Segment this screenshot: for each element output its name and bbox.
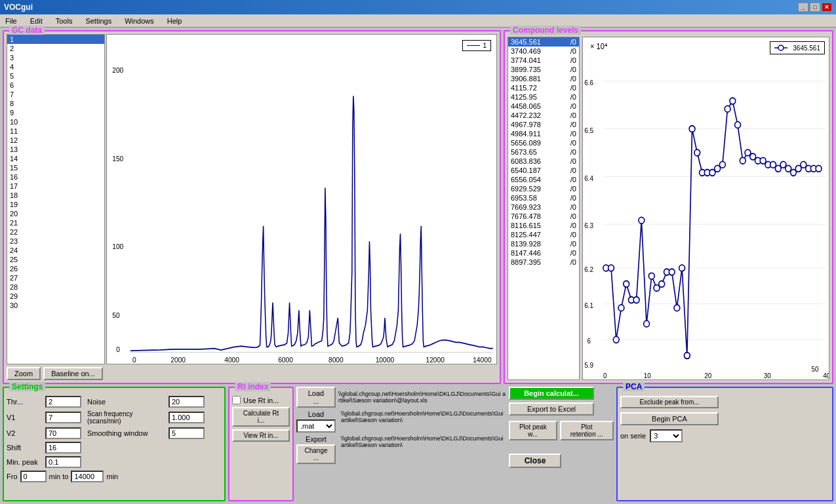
menu-help[interactable]: Help (165, 16, 185, 26)
gc-list-item[interactable]: 1 (7, 35, 104, 44)
noise-input[interactable] (169, 396, 205, 408)
plot-peak-button[interactable]: Plot peak w... (509, 421, 557, 440)
calculate-rt-button[interactable]: Calculate Rt i... (232, 407, 290, 427)
compound-list-item[interactable]: 6929.529/0 (508, 184, 579, 193)
gc-list-item[interactable]: 2 (7, 44, 104, 53)
minimize-button[interactable]: _ (798, 3, 808, 12)
compound-list-item[interactable]: 3906.881/0 (508, 74, 579, 83)
smoothing-input[interactable] (169, 427, 205, 439)
compound-list-item[interactable]: 4967.978/0 (508, 120, 579, 129)
gc-list-item[interactable]: 20 (7, 209, 104, 218)
gc-list-item[interactable]: 26 (7, 264, 104, 273)
fro-input[interactable] (20, 471, 47, 482)
gc-list-item[interactable]: 21 (7, 218, 104, 227)
menu-file[interactable]: File (3, 16, 20, 26)
gc-list-item[interactable]: 4 (7, 62, 104, 71)
gc-list-item[interactable]: 13 (7, 145, 104, 154)
gc-list-item[interactable]: 3 (7, 53, 104, 62)
svg-point-54 (694, 149, 700, 156)
compound-list-item[interactable]: 8897.395/0 (508, 258, 579, 267)
gc-list-item[interactable]: 18 (7, 191, 104, 200)
compound-list-item[interactable]: 8116.615/0 (508, 221, 579, 230)
minpeak-input[interactable] (45, 456, 81, 468)
menu-windows[interactable]: Windows (122, 16, 157, 26)
change-button[interactable]: Change ... (296, 444, 336, 464)
gc-list-item[interactable]: 27 (7, 273, 104, 282)
begin-pca-button[interactable]: Begin PCA (620, 412, 719, 425)
gc-chart-legend: 1 (462, 40, 491, 51)
compound-list-item[interactable]: 4458.065/0 (508, 102, 579, 111)
gc-list-item[interactable]: 8 (7, 99, 104, 108)
compound-list-item[interactable]: 4115.72/0 (508, 83, 579, 92)
thr-label: Thr... (7, 398, 43, 406)
exclude-peak-button[interactable]: Exclude peak from... (620, 396, 719, 408)
compound-list-item[interactable]: 3774.041/0 (508, 56, 579, 65)
compound-list-item[interactable]: 3899.735/0 (508, 65, 579, 74)
compound-list-item[interactable]: 7676.478/0 (508, 212, 579, 221)
load-format-select[interactable]: .mat (296, 419, 336, 433)
baseline-button[interactable]: Baseline on... (43, 367, 103, 380)
gc-list-item[interactable]: 17 (7, 182, 104, 191)
compound-list[interactable]: 3645.561/0 3740.469/0 3774.041/0 3899.73… (508, 37, 580, 380)
gc-list-item[interactable]: 14 (7, 154, 104, 163)
gc-list-item[interactable]: 25 (7, 255, 104, 264)
gc-list-item[interactable]: 11 (7, 126, 104, 136)
compound-list-item[interactable]: 3645.561/0 (508, 37, 579, 47)
gc-list-item[interactable]: 9 (7, 108, 104, 117)
gc-list-item[interactable]: 29 (7, 292, 104, 301)
gc-list-item[interactable]: 19 (7, 200, 104, 209)
compound-list-item[interactable]: 7669.923/0 (508, 203, 579, 212)
v2-input[interactable] (45, 427, 81, 439)
gc-list[interactable]: 1 2 3 4 5 6 7 8 9 10 11 12 13 14 (7, 34, 105, 364)
calc-panel: Begin calculat... Export to Excel Plot p… (509, 387, 614, 501)
plot-retention-button[interactable]: Plot retention ... (560, 421, 614, 440)
gc-list-item[interactable]: 15 (7, 163, 104, 172)
compound-list-item[interactable]: 6083.836/0 (508, 157, 579, 166)
svg-text:6.4: 6.4 (584, 174, 593, 182)
view-rt-button[interactable]: View Rt in... (232, 429, 290, 442)
compound-list-item[interactable]: 4125.95/0 (508, 92, 579, 102)
gc-list-item[interactable]: 22 (7, 227, 104, 237)
compound-list-item[interactable]: 4984.911/0 (508, 129, 579, 138)
to-input[interactable] (71, 471, 104, 482)
gc-list-item[interactable]: 12 (7, 136, 104, 145)
menu-edit[interactable]: Edit (28, 16, 45, 26)
gc-list-item[interactable]: 6 (7, 81, 104, 90)
v1-input[interactable] (45, 412, 81, 423)
gc-list-item[interactable]: 16 (7, 172, 104, 182)
compound-list-item[interactable]: 3740.469/0 (508, 47, 579, 56)
gc-list-item[interactable]: 28 (7, 282, 104, 292)
gc-list-item[interactable]: 5 (7, 71, 104, 81)
shift-input[interactable] (45, 442, 81, 454)
gc-list-item[interactable]: 10 (7, 117, 104, 126)
compound-list-item[interactable]: 4472.232/0 (508, 111, 579, 120)
close-button[interactable]: ✕ (822, 3, 832, 12)
pca-label: PCA (623, 382, 645, 391)
menu-settings[interactable]: Settings (83, 16, 114, 26)
scan-freq-input[interactable] (169, 412, 205, 423)
gc-list-item[interactable]: 30 (7, 301, 104, 310)
compound-list-item[interactable]: 6540.187/0 (508, 166, 579, 175)
gc-list-item[interactable]: 23 (7, 237, 104, 246)
zoom-button[interactable]: Zoom (7, 367, 41, 380)
compound-list-item[interactable]: 8125.447/0 (508, 230, 579, 239)
compound-list-item[interactable]: 5673.65/0 (508, 147, 579, 157)
export-excel-button[interactable]: Export to Excel (509, 402, 594, 416)
compound-list-item[interactable]: 6953.58/0 (508, 193, 579, 203)
svg-text:0: 0 (132, 355, 136, 364)
maximize-button[interactable]: □ (810, 3, 820, 12)
thr-input[interactable] (45, 396, 81, 408)
use-rt-checkbox[interactable] (232, 396, 241, 404)
compound-list-item[interactable]: 6556.054/0 (508, 175, 579, 184)
compound-list-item[interactable]: 5656.089/0 (508, 138, 579, 147)
on-serie-select[interactable]: 3 1 2 4 (650, 429, 683, 442)
menu-tools[interactable]: Tools (53, 16, 75, 26)
begin-calc-button[interactable]: Begin calculat... (509, 387, 594, 400)
compound-list-item[interactable]: 8147.446/0 (508, 248, 579, 258)
load-button[interactable]: Load ... (296, 387, 336, 408)
rt-index-panel: Rt index Use Rt in... Calculate Rt i... … (228, 387, 294, 501)
close-button[interactable]: Close (509, 454, 561, 468)
gc-list-item[interactable]: 24 (7, 246, 104, 255)
gc-list-item[interactable]: 7 (7, 90, 104, 99)
compound-list-item[interactable]: 8139.928/0 (508, 239, 579, 248)
